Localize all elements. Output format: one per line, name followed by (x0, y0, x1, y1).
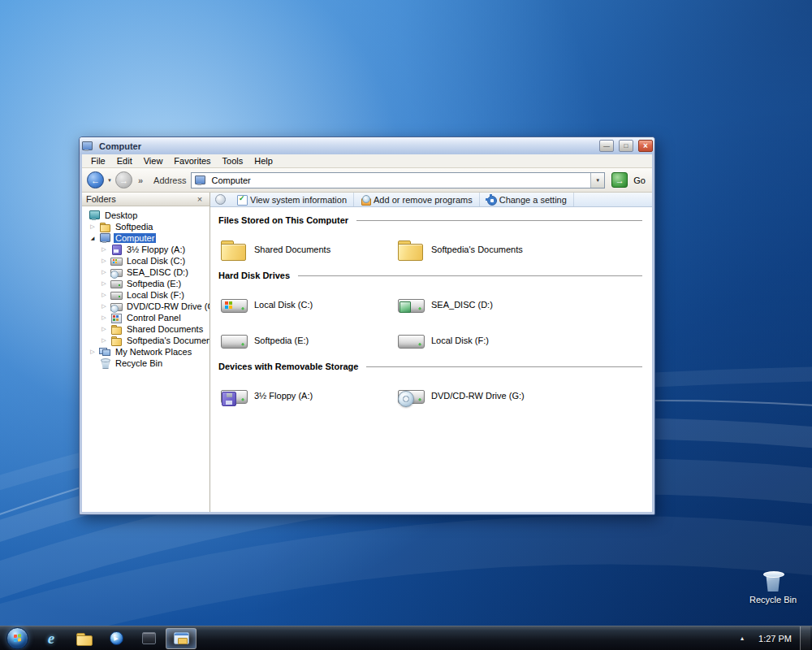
content-item-floppy-a[interactable]: 3½ Floppy (A:) (220, 383, 397, 409)
collapse-icon[interactable]: ◢ (89, 232, 97, 244)
expand-icon[interactable]: ▷ (100, 301, 108, 312)
taskbar-item-windows-explorer[interactable] (68, 628, 99, 649)
tree-item-dvd-drive-g[interactable]: ▷ DVD/CD-RW Drive (G:) (82, 301, 209, 312)
tree-item-label[interactable]: Softpedia (114, 222, 154, 232)
expand-icon[interactable]: ▷ (100, 266, 108, 278)
taskbar-item-internet-explorer[interactable]: e (36, 628, 67, 649)
expand-icon[interactable]: ▷ (100, 278, 108, 289)
windows-flag-icon (14, 635, 17, 638)
back-history-dropdown-icon[interactable]: ▼ (106, 178, 113, 183)
forward-button[interactable]: → (115, 171, 132, 188)
section-header: Devices with Removable Storage (218, 362, 642, 371)
menu-file[interactable]: File (85, 156, 111, 166)
expand-icon[interactable]: ▷ (100, 323, 108, 335)
menu-favorites[interactable]: Favorites (168, 156, 216, 166)
toolbar-overflow-chevron-icon[interactable]: » (135, 176, 146, 185)
tree-item-softpedia[interactable]: ▷ Softpedia (82, 221, 209, 232)
tree-item-label[interactable]: Shared Documents (125, 324, 205, 334)
add-or-remove-programs-button[interactable]: Add or remove programs (354, 193, 480, 206)
back-button[interactable]: ← (87, 171, 104, 188)
tree-item-label[interactable]: Computer (114, 233, 156, 243)
content-item-local-disk-f[interactable]: Local Disk (F:) (397, 327, 574, 353)
tree-item-my-network-places[interactable]: ▷ My Network Places (82, 346, 209, 358)
go-button[interactable]: → (611, 172, 628, 188)
menu-help[interactable]: Help (248, 156, 279, 166)
tree-item-label[interactable]: Desktop (103, 210, 139, 220)
window-title: Computer (99, 141, 594, 151)
section-items: Local Disk (C:) SEA_DISC (D:) Softpedia … (220, 292, 642, 353)
tree-item-label[interactable]: DVD/CD-RW Drive (G:) (125, 301, 209, 311)
tree-item-local-disk-f[interactable]: ▷ Local Disk (F:) (82, 289, 209, 301)
taskbar-item-app[interactable] (133, 628, 164, 649)
section-items: Shared Documents Softpedia's Documents (220, 236, 642, 262)
folders-panel-header: Folders × (82, 193, 209, 206)
tree-item-label[interactable]: 3½ Floppy (A:) (125, 245, 187, 254)
recycle-bin-icon (762, 569, 784, 593)
expand-icon[interactable]: ▷ (89, 221, 97, 232)
section-header: Files Stored on This Computer (218, 215, 642, 225)
content-item-local-disk-c[interactable]: Local Disk (C:) (220, 292, 397, 318)
folders-panel-title: Folders (86, 194, 194, 204)
recycle-bin-icon (99, 358, 110, 368)
address-value[interactable]: Computer (211, 176, 588, 185)
band-round-icon[interactable] (215, 194, 226, 205)
start-button[interactable] (6, 627, 28, 649)
content-item-softpedia-e[interactable]: Softpedia (E:) (220, 327, 397, 353)
tree-item-sea-disc-d[interactable]: ▷ SEA_DISC (D:) (82, 266, 209, 278)
expand-icon[interactable]: ▷ (100, 335, 108, 346)
tree-item-computer[interactable]: ◢ Computer (82, 232, 209, 244)
close-button[interactable]: × (638, 140, 653, 152)
tree-item-softpedias-documents[interactable]: ▷ Softpedia's Documents (82, 335, 209, 346)
menu-tools[interactable]: Tools (217, 156, 249, 166)
minimize-button[interactable]: — (599, 140, 614, 152)
content-item-softpedias-documents[interactable]: Softpedia's Documents (397, 236, 574, 262)
address-bar[interactable]: Computer ▼ (191, 172, 605, 188)
taskbar-clock[interactable]: 1:27 PM (750, 634, 800, 644)
tree-item-recycle-bin[interactable]: Recycle Bin (82, 358, 209, 369)
tree-item-shared-documents[interactable]: ▷ Shared Documents (82, 323, 209, 335)
tree-item-label[interactable]: Softpedia (E:) (125, 279, 183, 288)
content-item-dvd-drive-g[interactable]: DVD/CD-RW Drive (G:) (397, 383, 574, 409)
tree-item-softpedia-e[interactable]: ▷ Softpedia (E:) (82, 278, 209, 289)
tree-item-floppy-a[interactable]: ▷ 3½ Floppy (A:) (82, 244, 209, 255)
menu-edit[interactable]: Edit (111, 156, 138, 166)
recycle-bin-desktop-shortcut[interactable]: Recycle Bin (747, 569, 799, 604)
tree-item-label[interactable]: Control Panel (125, 313, 183, 323)
expand-icon[interactable]: ▷ (100, 244, 108, 255)
expand-icon[interactable]: ▷ (100, 289, 108, 301)
menu-view[interactable]: View (138, 156, 169, 166)
content-item-shared-documents[interactable]: Shared Documents (220, 236, 397, 262)
address-dropdown-button[interactable]: ▼ (590, 173, 604, 188)
tree-item-label[interactable]: SEA_DISC (D:) (125, 267, 190, 277)
tree-item-label[interactable]: Softpedia's Documents (125, 336, 209, 345)
tree-item-local-disk-c[interactable]: ▷ Local Disk (C:) (82, 255, 209, 266)
system-info-icon (237, 195, 247, 205)
explorer-window: Computer — □ × File Edit View Favorites … (79, 136, 655, 515)
tree-item-desktop[interactable]: Desktop (82, 210, 209, 221)
content-item-sea-disc-d[interactable]: SEA_DISC (D:) (397, 292, 574, 318)
expand-icon[interactable]: ▷ (89, 346, 97, 358)
maximize-button[interactable]: □ (619, 140, 633, 152)
change-a-setting-button[interactable]: Change a setting (480, 193, 574, 206)
tree-item-label[interactable]: My Network Places (114, 347, 193, 357)
taskbar-item-media-player[interactable]: ▶ (101, 628, 132, 649)
expand-icon[interactable]: ▷ (100, 255, 108, 266)
go-label[interactable]: Go (633, 176, 646, 185)
tree-item-label[interactable]: Local Disk (C:) (125, 256, 187, 266)
section-items: 3½ Floppy (A:) DVD/CD-RW Drive (G:) (220, 383, 642, 409)
tree-item-control-panel[interactable]: ▷ Control Panel (82, 312, 209, 323)
section-title: Hard Disk Drives (218, 271, 290, 280)
title-bar[interactable]: Computer — □ × (80, 137, 654, 154)
hard-drive-icon (397, 328, 425, 353)
show-desktop-button[interactable] (800, 626, 810, 650)
folders-close-icon[interactable]: × (194, 194, 205, 204)
system-tray: ▴ 1:27 PM (734, 626, 810, 650)
tree-item-label[interactable]: Recycle Bin (114, 358, 164, 368)
tray-expand-chevron-icon[interactable]: ▴ (734, 635, 750, 642)
view-system-information-button[interactable]: View system information (231, 193, 354, 206)
tree-item-label[interactable]: Local Disk (F:) (125, 290, 186, 300)
recycle-bin-label: Recycle Bin (747, 595, 799, 604)
expand-icon[interactable]: ▷ (100, 312, 108, 323)
section-divider (366, 366, 642, 367)
taskbar-item-computer-window[interactable] (166, 628, 197, 649)
